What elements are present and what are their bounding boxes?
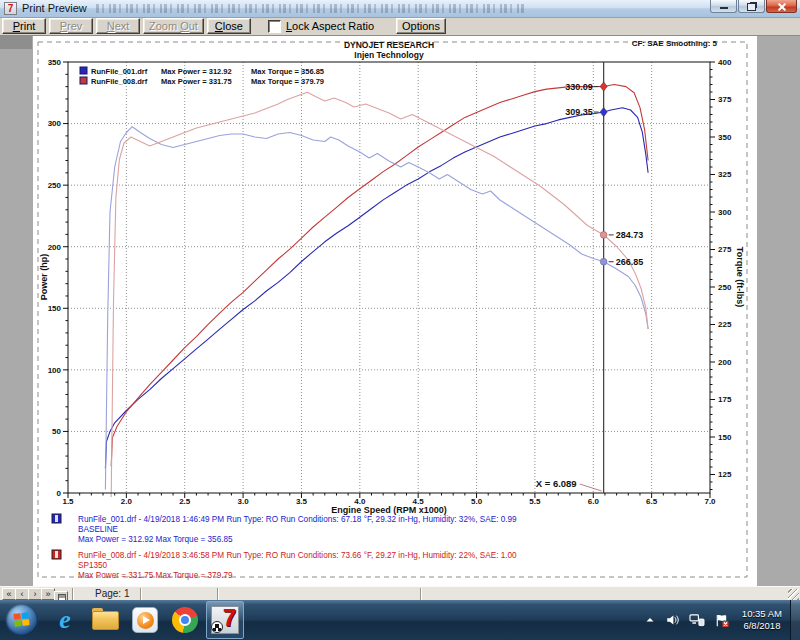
close-button[interactable] <box>766 0 797 13</box>
svg-text:2.5: 2.5 <box>179 497 191 506</box>
taskbar-dyno-app-active[interactable]: 7 <box>206 601 244 639</box>
svg-text:350: 350 <box>48 58 62 67</box>
internet-explorer-icon: e <box>59 607 71 633</box>
print-preview-toolbar: PrintPrevNextZoom OutCloseLock Aspect Ra… <box>0 18 800 36</box>
svg-text:250: 250 <box>48 181 62 190</box>
first-page-button[interactable]: « <box>2 588 16 600</box>
svg-text:200: 200 <box>718 358 732 367</box>
cursor-value-label: 330.09 <box>565 82 593 92</box>
svg-text:50: 50 <box>52 427 61 436</box>
statusbar: Page: 1 «‹›» <box>0 586 800 600</box>
titlebar: 7 Print Preview <box>0 0 800 18</box>
svg-text:150: 150 <box>718 433 732 442</box>
svg-text:125: 125 <box>718 470 732 479</box>
restore-button[interactable] <box>738 0 765 13</box>
clock-time: 10:35 AM <box>742 608 782 620</box>
taskbar-windows-explorer[interactable] <box>86 601 124 639</box>
taskbar-internet-explorer[interactable]: e <box>46 601 84 639</box>
lock-aspect-ratio-label: Lock Aspect Ratio <box>286 20 374 32</box>
window-title: Print Preview <box>22 2 87 14</box>
chart-subtitle: Injen Technology <box>354 50 424 60</box>
print-button[interactable]: Print <box>2 18 46 34</box>
action-center-flag-icon[interactable] <box>714 613 729 628</box>
statusbar-separator <box>72 588 73 600</box>
close-button[interactable]: Close <box>207 18 251 34</box>
resize-grip[interactable] <box>788 589 799 600</box>
svg-text:225: 225 <box>718 320 732 329</box>
svg-text:Max Torque = 356.85: Max Torque = 356.85 <box>251 67 324 76</box>
svg-text:7.0: 7.0 <box>704 497 716 506</box>
prev-page-button[interactable]: ‹ <box>15 588 29 600</box>
svg-text:150: 150 <box>48 304 62 313</box>
left-axis-title: Power (hp) <box>39 254 49 301</box>
svg-text:275: 275 <box>718 245 732 254</box>
cursor-value-label: 284.73 <box>616 230 644 240</box>
show-desktop-button[interactable] <box>790 600 800 640</box>
taskbar: e 7 <box>0 600 800 640</box>
start-button[interactable] <box>6 604 38 636</box>
svg-text:175: 175 <box>718 395 732 404</box>
right-axis-title: Torque (ft-lbs) <box>735 247 745 307</box>
svg-text:250: 250 <box>718 283 732 292</box>
page-indicator: Page: 1 <box>95 588 129 599</box>
svg-text:100: 100 <box>48 366 62 375</box>
next-page-button[interactable]: › <box>28 588 42 600</box>
svg-text:6.0: 6.0 <box>588 497 600 506</box>
svg-text:RunFile_001.drf: RunFile_001.drf <box>91 67 148 76</box>
svg-text:350: 350 <box>718 133 732 142</box>
options-button[interactable]: Options <box>396 18 446 34</box>
system-tray: 10:35 AM 6/8/2018 <box>644 600 800 640</box>
svg-text:RunFile_008.drf: RunFile_008.drf <box>91 77 148 86</box>
soccer-ball-icon <box>211 621 223 633</box>
taskbar-clock[interactable]: 10:35 AM 6/8/2018 <box>738 608 790 632</box>
network-icon[interactable] <box>689 613 705 627</box>
next-button: Next <box>96 18 140 34</box>
dyno-app-icon: 7 <box>211 606 239 634</box>
lock-aspect-ratio-checkbox[interactable] <box>268 20 281 33</box>
volume-icon[interactable] <box>665 613 680 627</box>
cursor-marker <box>600 258 607 265</box>
x-axis-title: Engine Speed (RPM x1000) <box>331 505 447 515</box>
clock-date: 6/8/2018 <box>742 620 782 632</box>
svg-text:5.0: 5.0 <box>471 497 483 506</box>
statusbar-separator <box>217 588 218 600</box>
dyno-app-seven: 7 <box>223 605 236 631</box>
svg-text:3.5: 3.5 <box>296 497 308 506</box>
hidden-icons-button[interactable] <box>644 614 656 626</box>
svg-text:3.0: 3.0 <box>238 497 250 506</box>
chart-title: DYNOJET RESEARCH <box>344 40 434 50</box>
svg-text:Max Power = 331.75: Max Power = 331.75 <box>161 77 232 86</box>
zoom-out-button: Zoom Out <box>143 18 204 34</box>
minimize-button[interactable] <box>710 0 737 13</box>
restore-icon <box>747 3 756 11</box>
preview-area: DYNOJET RESEARCHInjen TechnologyCF: SAE … <box>0 36 800 586</box>
cursor-marker <box>600 232 607 239</box>
svg-text:6.5: 6.5 <box>646 497 658 506</box>
windows-flag-icon <box>13 612 29 626</box>
svg-text:Max Power = 312.92 Max Torque: Max Power = 312.92 Max Torque = 356.85 <box>78 535 233 544</box>
svg-text:Max Torque = 379.79: Max Torque = 379.79 <box>251 77 324 86</box>
taskbar-media-player[interactable] <box>126 601 164 639</box>
svg-text:SP1350: SP1350 <box>78 561 108 570</box>
last-page-button[interactable]: » <box>41 588 55 600</box>
app-icon: 7 <box>4 2 17 15</box>
media-player-icon <box>132 607 158 633</box>
prev-button: Prev <box>49 18 93 34</box>
chrome-icon <box>172 607 198 633</box>
svg-text:300: 300 <box>48 119 62 128</box>
statusbar-separator <box>420 588 421 600</box>
svg-text:375: 375 <box>718 95 732 104</box>
close-icon <box>777 2 786 11</box>
background-window-title-ghost <box>96 4 526 13</box>
svg-text:Max Power = 312.92: Max Power = 312.92 <box>161 67 232 76</box>
smoothing-note: CF: SAE Smoothing: 5 <box>632 39 718 48</box>
svg-text:RunFile_008.drf - 4/19/2018 3:: RunFile_008.drf - 4/19/2018 3:46:58 PM R… <box>78 551 517 560</box>
minimize-icon <box>720 7 728 9</box>
svg-text:325: 325 <box>718 170 732 179</box>
dyno-chart: DYNOJET RESEARCHInjen TechnologyCF: SAE … <box>33 36 757 586</box>
svg-text:400: 400 <box>718 58 732 67</box>
svg-text:Max Power = 331.75 Max Torque: Max Power = 331.75 Max Torque = 379.79 <box>78 571 233 580</box>
cursor-x-label: X = 6.089 <box>536 478 577 489</box>
svg-text:300: 300 <box>718 208 732 217</box>
taskbar-chrome[interactable] <box>166 601 204 639</box>
